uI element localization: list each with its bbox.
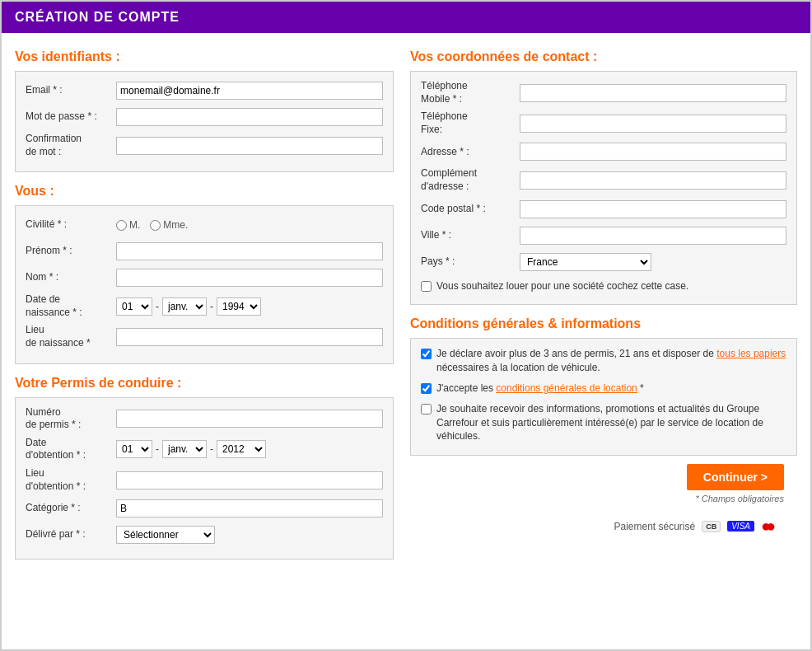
lieunaissance-label: Lieude naissance *: [26, 324, 116, 349]
dateobtention-label: Dated'obtention * :: [26, 437, 116, 462]
tel-fixe-input[interactable]: [520, 115, 786, 133]
tel-mobile-input[interactable]: [520, 84, 786, 102]
permis-box: Numérode permis * : Dated'obtention * : …: [15, 397, 394, 560]
lieuobtention-label: Lieud'obtention * :: [26, 467, 116, 493]
permis-month-select[interactable]: janv.févr.marsavr. maijuinjuil.août sept…: [162, 440, 207, 458]
condition3-text: Je souhaite recevoir des informations, p…: [436, 402, 786, 443]
cgl-link[interactable]: conditions générales de location: [496, 382, 637, 394]
required-note: * Champs obligatoires: [695, 494, 784, 503]
radio-m-label[interactable]: M.: [116, 219, 140, 231]
radio-mme-label[interactable]: Mme.: [150, 219, 188, 231]
nom-row: Nom * :: [26, 267, 383, 288]
conditions-box: Je déclare avoir plus de 3 ans de permis…: [410, 338, 797, 456]
tel-mobile-label: TéléphoneMobile * :: [421, 80, 520, 105]
left-column: Vos identifiants : Email * : Mot de pass…: [15, 41, 394, 571]
categorie-row: Catégorie * :: [26, 498, 383, 519]
lieuobtention-row: Lieud'obtention * :: [26, 467, 383, 493]
nom-input[interactable]: [116, 269, 383, 287]
delivrepar-row: Délivré par * : Sélectionner Préfecture …: [26, 524, 383, 546]
page-title: CRÉATION DE COMPTE: [15, 10, 797, 25]
page-header: CRÉATION DE COMPTE: [2, 2, 810, 33]
pays-label: Pays * :: [421, 255, 520, 269]
password-row: Mot de passe * :: [26, 106, 383, 128]
lieunaissance-row: Lieude naissance *: [26, 324, 383, 349]
dateobtention-row: Dated'obtention * : 0102030405 060708091…: [26, 437, 383, 462]
dateobtention-group: 0102030405 0607080910 1112131415 1617181…: [116, 440, 266, 458]
visa-icon: VISA: [727, 521, 754, 532]
pays-row: Pays * : France Belgique Suisse Luxembou…: [421, 251, 786, 273]
main-content: Vos identifiants : Email * : Mot de pass…: [2, 33, 810, 579]
civilite-label: Civilité * :: [26, 218, 116, 232]
adresse-label: Adresse * :: [421, 146, 520, 159]
adresse-input[interactable]: [520, 143, 786, 161]
condition1-row: Je déclare avoir plus de 3 ans de permis…: [421, 347, 786, 375]
confirm-row: Confirmationde mot :: [26, 133, 383, 158]
condition2-checkbox[interactable]: [421, 383, 432, 394]
condition3-row: Je souhaite recevoir des informations, p…: [421, 402, 786, 443]
dash2: -: [210, 301, 213, 312]
categorie-label: Catégorie * :: [26, 502, 116, 515]
identifiants-title: Vos identifiants :: [15, 49, 394, 64]
dash1: -: [156, 301, 159, 312]
datenaissance-group: 0102030405 0607080910 1112131415 1617181…: [116, 297, 261, 316]
societe-text: Vous souhaitez louer pour une société co…: [436, 279, 688, 293]
tel-fixe-label: TéléphoneFixe:: [421, 110, 520, 136]
lieuobtention-input[interactable]: [116, 471, 383, 489]
payment-text: Paiement sécurisé: [614, 521, 695, 532]
continuer-button[interactable]: Continuer >: [687, 464, 784, 490]
civilite-group: M. Mme.: [116, 219, 188, 231]
coordonnees-section: Vos coordonnées de contact : TéléphoneMo…: [410, 49, 797, 305]
prenom-input[interactable]: [116, 242, 383, 260]
conditions-title: Conditions générales & informations: [410, 316, 797, 331]
vous-box: Civilité * : M. Mme. Prénom * :: [15, 205, 394, 363]
ville-input[interactable]: [520, 227, 786, 245]
radio-mme[interactable]: [150, 220, 161, 231]
delivrepar-label: Délivré par * :: [26, 528, 116, 541]
categorie-input[interactable]: [116, 499, 383, 518]
numeropermis-label: Numérode permis * :: [26, 406, 116, 432]
right-column: Vos coordonnées de contact : TéléphoneMo…: [410, 41, 797, 571]
prenom-label: Prénom * :: [26, 245, 116, 258]
delivrepar-select[interactable]: Sélectionner Préfecture Sous-préfecture …: [116, 526, 215, 544]
nom-label: Nom * :: [26, 271, 116, 284]
complement-input[interactable]: [520, 171, 786, 190]
ville-row: Ville * :: [421, 225, 786, 246]
datenaissance-label: Date denaissance * :: [26, 293, 116, 319]
confirm-input[interactable]: [116, 137, 383, 155]
numeropermis-input[interactable]: [116, 410, 383, 428]
cb-icon: CB: [702, 521, 721, 532]
pays-select[interactable]: France Belgique Suisse Luxembourg Allema…: [520, 253, 651, 271]
coordonnees-title: Vos coordonnées de contact :: [410, 49, 797, 64]
password-input[interactable]: [116, 108, 383, 126]
permis-day-select[interactable]: 0102030405 0607080910 1112131415 1617181…: [116, 440, 152, 458]
email-input[interactable]: [116, 82, 383, 100]
permis-year-select[interactable]: 2012201120102009 2008200720062005 200420…: [217, 440, 266, 458]
codepostal-input[interactable]: [520, 200, 786, 218]
birth-year-select[interactable]: 1994199319921991 1990198919881987 198619…: [217, 297, 261, 316]
dash4: -: [210, 443, 213, 455]
mastercard-icon: ●●: [761, 517, 784, 536]
condition1-checkbox[interactable]: [421, 349, 432, 359]
email-row: Email * :: [26, 80, 383, 101]
tous-les-papiers-link[interactable]: tous les papiers: [716, 348, 786, 359]
password-label: Mot de passe * :: [26, 110, 116, 124]
birth-day-select[interactable]: 0102030405 0607080910 1112131415 1617181…: [116, 297, 152, 316]
identifiants-box: Email * : Mot de passe * : Confirmationd…: [15, 71, 394, 172]
birth-month-select[interactable]: janv.févr.marsavr. maijuinjuil.août sept…: [162, 297, 207, 316]
complement-label: Complémentd'adresse :: [421, 167, 520, 193]
dash3: -: [156, 443, 159, 455]
email-label: Email * :: [26, 84, 116, 97]
condition2-text: J'accepte les conditions générales de lo…: [436, 382, 644, 396]
tel-fixe-row: TéléphoneFixe:: [421, 110, 786, 136]
condition3-checkbox[interactable]: [421, 404, 432, 414]
footer-area: Continuer > * Champs obligatoires: [410, 456, 797, 512]
confirm-label: Confirmationde mot :: [26, 133, 116, 158]
prenom-row: Prénom * :: [26, 241, 383, 262]
radio-m[interactable]: [116, 220, 127, 231]
condition1-text: Je déclare avoir plus de 3 ans de permis…: [436, 347, 786, 375]
lieunaissance-input[interactable]: [116, 328, 383, 346]
permis-title: Votre Permis de conduire :: [15, 376, 394, 391]
societe-checkbox[interactable]: [421, 281, 432, 292]
civilite-row: Civilité * : M. Mme.: [26, 214, 383, 236]
coordonnees-box: TéléphoneMobile * : TéléphoneFixe: Adres…: [410, 71, 797, 305]
